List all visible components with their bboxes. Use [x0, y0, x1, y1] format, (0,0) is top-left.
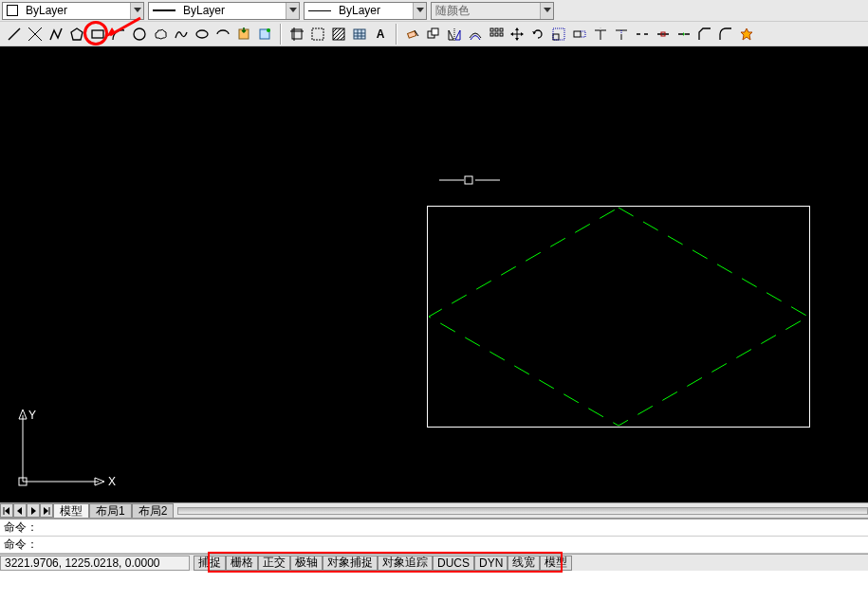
- mirror-tool[interactable]: [445, 25, 464, 44]
- tabs-scroll-track[interactable]: [177, 507, 868, 515]
- status-model[interactable]: 模型: [540, 555, 572, 571]
- svg-rect-41: [500, 33, 503, 36]
- tools-toolbar: A: [0, 22, 868, 46]
- plotstyle-dropdown[interactable]: 随颜色: [431, 2, 554, 20]
- layer-dropdown[interactable]: ByLayer: [2, 2, 144, 20]
- text-icon: A: [377, 27, 385, 41]
- svg-marker-79: [5, 507, 9, 515]
- model-viewport[interactable]: Y X: [0, 46, 868, 502]
- move-tool[interactable]: [508, 25, 526, 44]
- ucs-icon: Y X: [13, 406, 118, 491]
- extend-tool[interactable]: [612, 25, 631, 44]
- status-ducs[interactable]: DUCS: [433, 555, 474, 571]
- text-tool[interactable]: A: [371, 25, 390, 44]
- tab-nav: [0, 503, 53, 518]
- tab-nav-prev[interactable]: [13, 503, 27, 518]
- status-polar[interactable]: 极轴: [290, 555, 323, 571]
- pline-tool[interactable]: [46, 25, 65, 44]
- status-lwt[interactable]: 线宽: [508, 555, 540, 571]
- crop-tool[interactable]: [287, 25, 306, 44]
- ellipse-tool[interactable]: [193, 25, 212, 44]
- status-osnap[interactable]: 对象捕捉: [323, 555, 378, 571]
- svg-text:Y: Y: [28, 409, 36, 422]
- svg-point-9: [134, 28, 145, 40]
- svg-marker-45: [515, 38, 519, 41]
- lineweight-dropdown[interactable]: ByLayer: [304, 2, 427, 20]
- status-ortho[interactable]: 正交: [258, 555, 290, 571]
- command-input-line[interactable]: 命令：: [0, 537, 868, 554]
- trim-tool[interactable]: [591, 25, 610, 44]
- svg-rect-37: [495, 28, 498, 31]
- tab-model[interactable]: 模型: [53, 503, 89, 518]
- svg-marker-83: [44, 507, 48, 515]
- array-tool[interactable]: [487, 25, 506, 44]
- status-toggle-group: 捕捉 栅格 正交 极轴 对象捕捉 对象追踪 DUCS DYN 线宽 模型: [194, 555, 572, 571]
- spline-tool[interactable]: [172, 25, 191, 44]
- svg-rect-32: [432, 28, 438, 35]
- tab-nav-last[interactable]: [40, 503, 53, 518]
- status-snap[interactable]: 捕捉: [194, 555, 226, 571]
- chevron-down-icon: [130, 3, 143, 19]
- rotate-tool[interactable]: [528, 25, 547, 44]
- properties-toolbar: ByLayer ByLayer ByLayer 随颜色: [0, 0, 868, 22]
- break-tool[interactable]: [633, 25, 652, 44]
- svg-rect-70: [465, 176, 472, 184]
- svg-marker-46: [510, 32, 513, 36]
- crosshair-cursor: [439, 173, 500, 187]
- chevron-down-icon: [286, 3, 299, 19]
- svg-rect-36: [490, 28, 493, 31]
- svg-marker-34: [455, 30, 460, 40]
- chamfer-tool[interactable]: [695, 25, 714, 44]
- svg-point-10: [196, 30, 208, 38]
- svg-marker-2: [416, 8, 424, 12]
- fillet-tool[interactable]: [716, 25, 735, 44]
- svg-point-13: [267, 28, 270, 32]
- region-tool[interactable]: [308, 25, 327, 44]
- block-insert-tool[interactable]: [234, 25, 253, 44]
- arc-tool[interactable]: [109, 25, 128, 44]
- tab-nav-first[interactable]: [0, 503, 13, 518]
- xline-tool[interactable]: [26, 25, 45, 44]
- status-otrack[interactable]: 对象追踪: [378, 555, 433, 571]
- svg-marker-0: [134, 8, 141, 12]
- break-at-tool[interactable]: [654, 25, 673, 44]
- polygon-tool[interactable]: [67, 25, 86, 44]
- plotstyle-value: 随颜色: [432, 3, 540, 19]
- join-tool[interactable]: [674, 25, 693, 44]
- svg-rect-51: [574, 31, 581, 37]
- svg-line-22: [337, 32, 344, 40]
- scale-tool[interactable]: [549, 25, 568, 44]
- rectangle-tool[interactable]: [88, 25, 107, 44]
- layout-tabs-bar: 模型 布局1 布局2: [0, 502, 868, 519]
- line-tool[interactable]: [5, 25, 24, 44]
- svg-marker-3: [544, 8, 551, 12]
- stretch-tool[interactable]: [570, 25, 589, 44]
- block-create-tool[interactable]: [255, 25, 274, 44]
- modify-toolbar: [400, 23, 759, 46]
- ellipse-arc-tool[interactable]: [213, 25, 232, 44]
- svg-marker-47: [521, 32, 524, 36]
- table-tool[interactable]: [350, 25, 369, 44]
- svg-rect-49: [553, 34, 559, 40]
- revcloud-tool[interactable]: [151, 25, 170, 44]
- svg-line-20: [333, 28, 341, 36]
- tab-layout2[interactable]: 布局2: [132, 503, 175, 518]
- circle-tool[interactable]: [130, 25, 149, 44]
- status-grid[interactable]: 栅格: [226, 555, 258, 571]
- hatch-tool[interactable]: [329, 25, 348, 44]
- erase-tool[interactable]: [403, 25, 422, 44]
- tab-nav-next[interactable]: [27, 503, 40, 518]
- svg-rect-17: [312, 28, 323, 40]
- svg-line-4: [9, 28, 20, 40]
- layer-value: ByLayer: [22, 4, 130, 17]
- status-dyn[interactable]: DYN: [474, 555, 508, 571]
- copy-tool[interactable]: [424, 25, 443, 44]
- svg-rect-39: [490, 33, 493, 36]
- linetype-dropdown[interactable]: ByLayer: [148, 2, 300, 20]
- svg-rect-29: [408, 30, 416, 37]
- svg-marker-7: [71, 28, 83, 40]
- offset-tool[interactable]: [466, 25, 485, 44]
- tab-layout1[interactable]: 布局1: [89, 503, 132, 518]
- explode-tool[interactable]: [737, 25, 756, 44]
- chevron-down-icon: [540, 3, 553, 19]
